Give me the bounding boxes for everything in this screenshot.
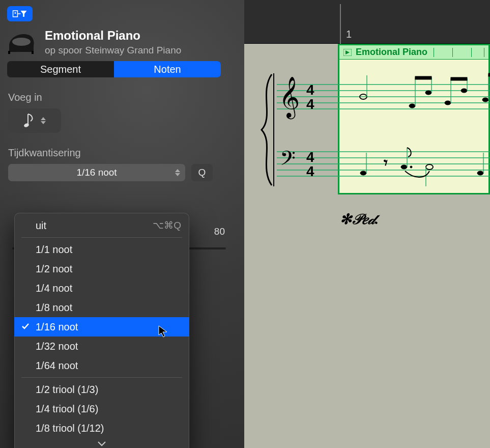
dropdown-item-label: 1/16 noot: [36, 321, 78, 332]
score-view[interactable]: 1 Emotional Piano 𝄞: [244, 0, 490, 448]
region-header[interactable]: Emotional Piano: [339, 45, 488, 60]
dropdown-item-label: 1/64 noot: [36, 360, 78, 371]
chevron-down-icon: [97, 441, 106, 447]
timeline-ruler[interactable]: 1: [244, 0, 490, 44]
dropdown-item-label: 1/4 noot: [36, 283, 72, 294]
dropdown-item-label: 1/4 triool (1/6): [36, 403, 98, 414]
svg-rect-25: [451, 77, 467, 80]
dropdown-item[interactable]: 1/4 noot: [14, 278, 189, 298]
quantize-select[interactable]: 1/16 noot: [8, 164, 185, 181]
stepper-icon: [41, 117, 46, 124]
piano-icon: [7, 31, 36, 54]
svg-text:𝄾: 𝄾: [384, 160, 388, 166]
dropdown-item-label: 1/32 noot: [36, 341, 78, 352]
svg-text:4: 4: [306, 149, 314, 165]
check-icon: [21, 322, 30, 330]
segment-noten-tabs: Segment Noten: [7, 61, 221, 77]
svg-rect-0: [8, 51, 10, 54]
svg-point-44: [426, 164, 433, 170]
dropdown-item-label: uit: [36, 220, 46, 231]
svg-text:𝄞: 𝄞: [279, 77, 300, 120]
track-title: Emotional Piano: [45, 29, 181, 43]
svg-point-2: [12, 38, 31, 46]
treble-staff: 𝄞 4 4: [277, 72, 490, 128]
tab-segment[interactable]: Segment: [7, 61, 114, 77]
dropdown-item[interactable]: 1/2 noot: [14, 259, 189, 278]
svg-point-18: [425, 91, 431, 95]
insert-label: Voeg in: [8, 92, 238, 103]
svg-point-26: [482, 98, 488, 102]
dropdown-more[interactable]: [14, 438, 189, 448]
quantize-strength-value: 80: [194, 226, 225, 237]
dropdown-item[interactable]: 1/64 noot: [14, 356, 189, 375]
quantize-label: Tijdkwantisering: [8, 147, 238, 159]
svg-point-46: [477, 171, 483, 175]
svg-text:4: 4: [306, 82, 314, 98]
tab-noten[interactable]: Noten: [114, 61, 221, 77]
filter-button[interactable]: [7, 6, 33, 21]
dropdown-separator: [21, 237, 182, 238]
dropdown-item-label: 1/8 triool (1/12): [36, 423, 104, 434]
svg-rect-20: [415, 76, 431, 79]
dropdown-item-label: 1/1 noot: [36, 244, 72, 255]
dropdown-separator: [21, 377, 182, 378]
dropdown-item-label: 1/2 noot: [36, 263, 72, 274]
svg-text:4: 4: [306, 163, 314, 179]
region-ticks: [434, 48, 484, 57]
dropdown-item-label: 1/2 triool (1/3): [36, 384, 98, 395]
quantize-apply-button[interactable]: Q: [191, 164, 213, 181]
bar-marker: [340, 4, 341, 44]
quantize-dropdown: uit ⌥⌘Q 1/1 noot1/2 noot1/4 noot1/8 noot…: [14, 213, 189, 448]
bar-number: 1: [346, 29, 352, 40]
notation-area: 𝄞 4 4: [256, 71, 490, 224]
svg-text:4: 4: [306, 96, 314, 112]
track-header: Emotional Piano op spoor Steinway Grand …: [7, 29, 238, 56]
dropdown-item-off[interactable]: uit ⌥⌘Q: [14, 216, 189, 235]
pedal-marking: ✻𝒫𝑒𝒹.: [340, 211, 379, 228]
svg-point-38: [360, 171, 366, 175]
dropdown-item[interactable]: 1/8 noot: [14, 298, 189, 317]
filter-icon: [12, 9, 27, 18]
svg-point-41: [401, 165, 407, 169]
dropdown-item[interactable]: 1/8 triool (1/12): [14, 418, 189, 438]
dropdown-item[interactable]: 1/1 noot: [14, 240, 189, 259]
bass-staff: 𝄢 4 4 𝄾: [277, 143, 490, 193]
dropdown-item[interactable]: 1/2 triool (1/3): [14, 380, 189, 399]
dropdown-item[interactable]: 1/16 noot: [14, 317, 189, 337]
svg-point-43: [410, 166, 412, 168]
eighth-note-icon: [23, 112, 35, 129]
svg-point-21: [445, 101, 451, 105]
svg-text:𝄢: 𝄢: [280, 147, 296, 174]
track-subtitle: op spoor Steinway Grand Piano: [45, 45, 181, 56]
svg-point-23: [461, 89, 467, 93]
note-value-picker[interactable]: [8, 108, 61, 133]
svg-rect-1: [32, 51, 34, 54]
dropdown-item[interactable]: 1/32 noot: [14, 337, 189, 356]
dropdown-item[interactable]: 1/4 triool (1/6): [14, 399, 189, 418]
stepper-icon: [175, 169, 180, 176]
region-title: Emotional Piano: [356, 47, 427, 58]
svg-point-16: [409, 104, 415, 108]
region-play-icon: [343, 49, 352, 56]
quantize-selected-value: 1/16 noot: [76, 167, 117, 178]
dropdown-shortcut: ⌥⌘Q: [153, 219, 181, 232]
dropdown-item-label: 1/8 noot: [36, 302, 72, 313]
svg-point-3: [23, 123, 30, 128]
grand-staff-brace: [256, 71, 277, 188]
